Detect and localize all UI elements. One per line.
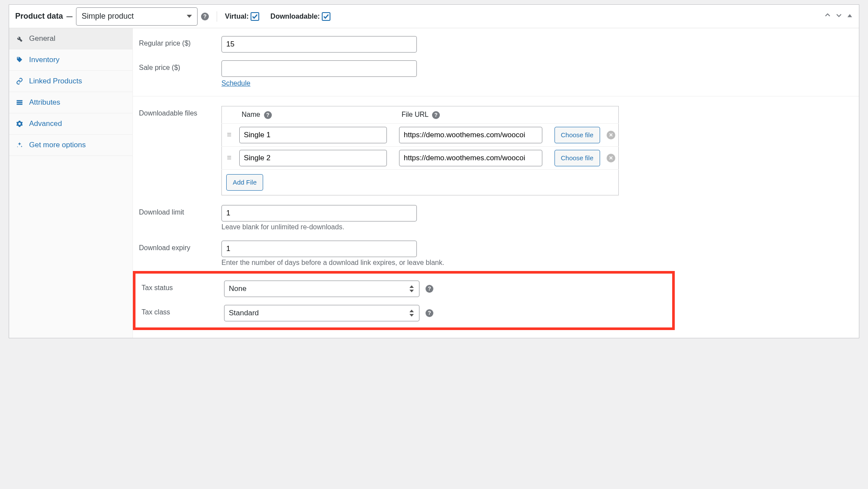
svg-marker-0 xyxy=(848,14,852,17)
collapse-icon[interactable] xyxy=(847,12,853,21)
file-url-input[interactable] xyxy=(399,150,542,166)
product-data-panel: Product data — Simple product ? Virtual:… xyxy=(9,4,859,338)
tab-label: Get more options xyxy=(29,141,86,149)
divider xyxy=(133,96,859,96)
download-limit-hint: Leave blank for unlimited re-downloads. xyxy=(221,223,853,231)
tab-attributes[interactable]: Attributes xyxy=(9,92,132,113)
tax-status-label: Tax status xyxy=(135,281,224,292)
help-icon[interactable]: ? xyxy=(432,111,440,119)
help-icon[interactable]: ? xyxy=(264,111,272,119)
choose-file-button[interactable]: Choose file xyxy=(554,127,600,143)
url-header: File URL ? xyxy=(396,106,552,124)
add-file-button[interactable]: Add File xyxy=(226,174,263,191)
tag-icon xyxy=(16,56,24,63)
help-icon[interactable]: ? xyxy=(426,285,433,293)
virtual-checkbox-group: Virtual: xyxy=(225,12,259,21)
file-name-input[interactable] xyxy=(239,127,387,143)
tax-class-select[interactable]: Standard xyxy=(224,305,419,321)
tab-label: Advanced xyxy=(29,119,62,128)
download-expiry-label: Download expiry xyxy=(139,241,221,252)
product-type-select[interactable]: Simple product xyxy=(76,7,198,26)
downloadable-files-label: Downloadable files xyxy=(139,106,221,117)
product-type-value: Simple product xyxy=(82,12,134,21)
sale-price-input[interactable] xyxy=(221,60,417,77)
panel-controls xyxy=(824,12,853,21)
tax-highlight: Tax status None ? Tax class Standard xyxy=(133,271,675,330)
regular-price-label: Regular price ($) xyxy=(139,36,221,47)
virtual-checkbox[interactable] xyxy=(251,12,259,21)
download-limit-input[interactable] xyxy=(221,205,417,221)
file-row: ≡ Choose file ✕ xyxy=(222,146,619,169)
drag-handle-icon[interactable]: ≡ xyxy=(222,146,237,169)
tab-linked[interactable]: Linked Products xyxy=(9,71,132,92)
tab-inventory[interactable]: Inventory xyxy=(9,50,132,71)
download-expiry-hint: Enter the number of days before a downlo… xyxy=(221,259,853,267)
tax-class-label: Tax class xyxy=(135,305,224,316)
tax-status-value: None xyxy=(229,284,247,293)
downloadable-files-row: Downloadable files Name ? File xyxy=(139,106,853,195)
tab-advanced[interactable]: Advanced xyxy=(9,113,132,135)
panel-header: Product data — Simple product ? Virtual:… xyxy=(9,5,859,28)
downloadable-checkbox[interactable] xyxy=(322,12,330,21)
sale-price-row: Sale price ($) Schedule xyxy=(139,60,853,87)
download-limit-label: Download limit xyxy=(139,205,221,216)
separator xyxy=(217,11,217,22)
tab-label: General xyxy=(29,34,55,43)
download-limit-row: Download limit Leave blank for unlimited… xyxy=(139,205,853,231)
name-header: Name ? xyxy=(237,106,396,124)
file-name-input[interactable] xyxy=(239,150,387,166)
tab-label: Attributes xyxy=(29,98,60,107)
gear-icon xyxy=(16,120,24,127)
move-up-icon[interactable] xyxy=(824,12,831,21)
general-panel: Regular price ($) Sale price ($) Schedul… xyxy=(133,28,859,338)
regular-price-input[interactable] xyxy=(221,36,417,53)
choose-file-button[interactable]: Choose file xyxy=(554,150,600,166)
dash: — xyxy=(66,13,73,20)
download-expiry-row: Download expiry Enter the number of days… xyxy=(139,241,853,267)
svg-rect-2 xyxy=(17,102,22,103)
delete-file-icon[interactable]: ✕ xyxy=(607,154,615,162)
drag-handle-icon[interactable]: ≡ xyxy=(222,123,237,146)
downloadable-label: Downloadable: xyxy=(271,13,320,20)
delete-file-icon[interactable]: ✕ xyxy=(607,131,615,139)
svg-rect-1 xyxy=(17,100,22,102)
tax-status-select[interactable]: None xyxy=(224,281,419,297)
move-down-icon[interactable] xyxy=(835,12,842,21)
regular-price-row: Regular price ($) xyxy=(139,36,853,53)
help-icon[interactable]: ? xyxy=(201,13,209,20)
sparkle-icon xyxy=(16,142,24,149)
file-row: ≡ Choose file ✕ xyxy=(222,123,619,146)
tax-status-row: Tax status None ? xyxy=(135,281,666,297)
file-url-input[interactable] xyxy=(399,127,542,143)
list-icon xyxy=(16,99,24,106)
tab-label: Linked Products xyxy=(29,77,82,86)
tab-label: Inventory xyxy=(29,56,59,64)
downloadable-checkbox-group: Downloadable: xyxy=(271,12,330,21)
tab-more[interactable]: Get more options xyxy=(9,135,132,156)
tax-class-value: Standard xyxy=(229,309,259,317)
downloadable-files-table: Name ? File URL ? xyxy=(221,106,619,195)
wrench-icon xyxy=(16,35,24,42)
tax-class-row: Tax class Standard ? xyxy=(135,305,666,321)
svg-rect-3 xyxy=(17,104,22,105)
virtual-label: Virtual: xyxy=(225,13,249,20)
help-icon[interactable]: ? xyxy=(426,309,433,317)
product-tabs: General Inventory Linked Products Attrib… xyxy=(9,28,133,338)
schedule-link[interactable]: Schedule xyxy=(221,79,251,87)
link-icon xyxy=(16,78,24,85)
panel-title: Product data xyxy=(15,12,63,21)
panel-body: General Inventory Linked Products Attrib… xyxy=(9,28,859,338)
download-expiry-input[interactable] xyxy=(221,241,417,257)
tab-general[interactable]: General xyxy=(9,28,132,50)
sale-price-label: Sale price ($) xyxy=(139,60,221,72)
